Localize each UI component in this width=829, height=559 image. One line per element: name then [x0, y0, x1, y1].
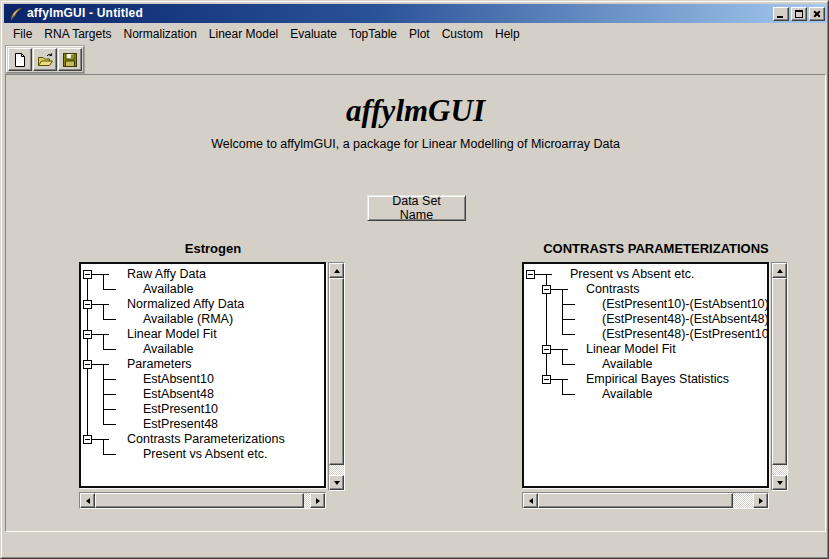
- scroll-up-button[interactable]: [329, 263, 344, 278]
- scroll-right-arrow-icon: [316, 498, 320, 504]
- scroll-left-arrow-icon: [529, 498, 533, 504]
- tree-connector-line: [562, 394, 575, 395]
- tree-node-label[interactable]: Raw Affy Data: [127, 267, 206, 282]
- tree-node-label[interactable]: Linear Model Fit: [586, 342, 676, 357]
- tree-connector-line: [562, 334, 575, 335]
- tree-node-label[interactable]: Available: [143, 342, 194, 357]
- scroll-right-button[interactable]: [753, 493, 768, 508]
- data-set-name-button[interactable]: Data Set Name: [367, 195, 466, 221]
- horizontal-scroll-thumb[interactable]: [538, 493, 733, 508]
- tree-node-label[interactable]: EstAbsent10: [143, 372, 214, 387]
- tree-expand-box[interactable]: [526, 270, 535, 279]
- tree-node-label[interactable]: Parameters: [127, 357, 192, 372]
- main-content-frame: affylmGUI Welcome to affylmGUI, a packag…: [5, 74, 826, 532]
- menu-item-rna-targets[interactable]: RNA Targets: [38, 26, 117, 42]
- minimize-icon: [777, 16, 783, 18]
- tree-node-label[interactable]: Available: [602, 387, 653, 402]
- tree-node-label[interactable]: Linear Model Fit: [127, 327, 217, 342]
- app-heading: affylmGUI: [6, 93, 825, 129]
- vertical-scroll-thumb[interactable]: [772, 278, 787, 465]
- tree-expand-box[interactable]: [542, 285, 551, 294]
- new-file-icon: [12, 52, 28, 68]
- tree-node-label[interactable]: (EstPresent48)-(EstAbsent48): [602, 312, 769, 327]
- tree-node-label[interactable]: Contrasts: [586, 282, 640, 297]
- menu-item-help[interactable]: Help: [489, 26, 526, 42]
- tree-node-label[interactable]: Present vs Absent etc.: [143, 447, 267, 462]
- toolbar-new-button[interactable]: [8, 48, 32, 71]
- tree-node-label[interactable]: Empirical Bayes Statistics: [586, 372, 729, 387]
- contrasts-horizontal-scrollbar: [522, 492, 769, 509]
- tree-connector-line: [92, 364, 109, 365]
- tree-node-label[interactable]: EstAbsent48: [143, 387, 214, 402]
- menu-item-linear-model[interactable]: Linear Model: [203, 26, 284, 42]
- tree-connector-line: [103, 424, 116, 425]
- scroll-right-button[interactable]: [310, 493, 325, 508]
- menu-item-custom[interactable]: Custom: [436, 26, 489, 42]
- tree-connector-line: [103, 319, 116, 320]
- menu-item-evaluate[interactable]: Evaluate: [284, 26, 343, 42]
- tree-connector-line: [103, 409, 116, 410]
- scroll-right-arrow-icon: [759, 498, 763, 504]
- tree-connector-line: [103, 335, 104, 350]
- tree-expand-box[interactable]: [83, 435, 92, 444]
- maximize-button[interactable]: [791, 7, 807, 21]
- tree-expand-box[interactable]: [83, 270, 92, 279]
- tree-connector-line: [103, 379, 116, 380]
- tree-connector-line: [562, 304, 575, 305]
- scroll-trough[interactable]: [772, 465, 787, 475]
- tree-expand-box[interactable]: [83, 360, 92, 369]
- menu-item-toptable[interactable]: TopTable: [343, 26, 403, 42]
- panel-contrasts: CONTRASTS PARAMETERIZATIONS Present vs A…: [522, 241, 790, 526]
- tree-node-label[interactable]: Present vs Absent etc.: [570, 267, 694, 282]
- close-icon: [813, 10, 821, 18]
- vertical-scroll-thumb[interactable]: [329, 278, 344, 465]
- close-button[interactable]: [809, 7, 825, 21]
- scroll-down-button[interactable]: [772, 475, 787, 490]
- panel-estrogen: Estrogen Raw Affy DataAvailableNormalize…: [79, 241, 347, 526]
- scroll-left-button[interactable]: [523, 493, 538, 508]
- tree-node-label[interactable]: EstPresent48: [143, 417, 218, 432]
- tree-expand-box[interactable]: [542, 375, 551, 384]
- tree-node-label[interactable]: EstPresent10: [143, 402, 218, 417]
- menu-item-file[interactable]: File: [7, 26, 38, 42]
- tree-node-label[interactable]: Available: [143, 282, 194, 297]
- tree-connector-line: [535, 274, 552, 275]
- maximize-icon: [795, 10, 803, 18]
- panel-estrogen-title: Estrogen: [79, 241, 347, 256]
- tree-connector-line: [92, 439, 109, 440]
- scroll-up-arrow-icon: [334, 269, 340, 273]
- toolbar-save-button[interactable]: [58, 48, 82, 71]
- scroll-trough[interactable]: [329, 465, 344, 475]
- tree-expand-box[interactable]: [542, 345, 551, 354]
- scroll-trough[interactable]: [733, 493, 753, 508]
- scroll-down-button[interactable]: [329, 475, 344, 490]
- title-bar: affylmGUI - Untitled: [4, 4, 827, 23]
- tree-expand-box[interactable]: [83, 300, 92, 309]
- menu-item-normalization[interactable]: Normalization: [118, 26, 203, 42]
- scroll-left-button[interactable]: [80, 493, 95, 508]
- tree-node-label[interactable]: Available (RMA): [143, 312, 233, 327]
- tree-node-label[interactable]: Available: [602, 357, 653, 372]
- tree-node-label[interactable]: (EstPresent10)-(EstAbsent10): [602, 297, 769, 312]
- tk-feather-icon: [9, 7, 23, 21]
- tree-connector-line: [87, 274, 88, 439]
- scroll-left-arrow-icon: [86, 498, 90, 504]
- tree-connector-line: [92, 334, 109, 335]
- scroll-up-button[interactable]: [772, 263, 787, 278]
- tree-node-label[interactable]: Contrasts Parameterizations: [127, 432, 285, 447]
- tree-node-label[interactable]: (EstPresent48)-(EstPresent10): [602, 327, 769, 342]
- tree-connector-line: [103, 394, 116, 395]
- menu-bar: FileRNA TargetsNormalizationLinear Model…: [4, 25, 827, 43]
- tree-expand-box[interactable]: [83, 330, 92, 339]
- toolbar-open-button[interactable]: [33, 48, 57, 71]
- app-window: affylmGUI - Untitled FileRNA TargetsNorm…: [0, 0, 829, 559]
- toolbar: [6, 46, 84, 73]
- tree-node-label[interactable]: Normalized Affy Data: [127, 297, 244, 312]
- menu-item-plot[interactable]: Plot: [403, 26, 436, 42]
- estrogen-tree-content: Raw Affy DataAvailableNormalized Affy Da…: [81, 264, 324, 486]
- horizontal-scroll-thumb[interactable]: [95, 493, 304, 508]
- minimize-button[interactable]: [773, 7, 789, 21]
- tree-connector-line: [562, 290, 563, 335]
- window-controls: [771, 7, 825, 21]
- estrogen-tree: Raw Affy DataAvailableNormalized Affy Da…: [79, 262, 326, 488]
